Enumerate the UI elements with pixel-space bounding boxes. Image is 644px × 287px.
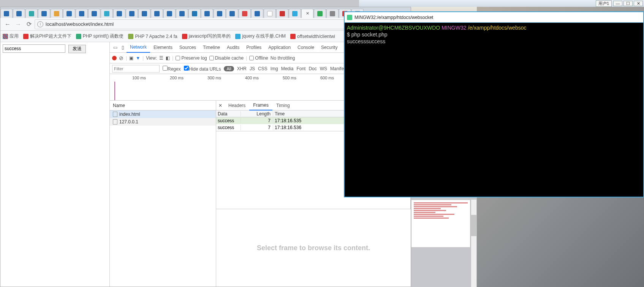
filter-icon[interactable]: ▼ [136, 55, 140, 61]
tab[interactable] [13, 9, 25, 18]
tab-sources[interactable]: Sources [176, 42, 199, 53]
apps-button[interactable]: 应用 [3, 33, 19, 39]
send-button[interactable]: 发送 [68, 45, 86, 53]
view-list-icon[interactable]: ☰ [159, 55, 163, 61]
bookmark-item[interactable]: javascript写的简单的 [182, 33, 231, 39]
filter-all[interactable]: All [224, 66, 234, 71]
tab[interactable] [188, 9, 201, 18]
tab[interactable] [264, 9, 276, 18]
filter-input[interactable] [112, 65, 160, 73]
preserve-log-check[interactable]: Preserve log [176, 55, 207, 61]
tab[interactable] [76, 9, 88, 18]
file-icon [113, 112, 117, 117]
windows-titlebar: 用户1 — ☐ ✕ [359, 0, 644, 7]
hide-urls-check[interactable]: Hide data URLs [184, 66, 221, 72]
tab[interactable] [251, 9, 263, 18]
clear-icon[interactable]: ⊘ [119, 55, 123, 61]
tab-application[interactable]: Application [265, 42, 294, 53]
tab[interactable] [176, 9, 188, 18]
tab[interactable] [289, 9, 301, 18]
tab[interactable] [126, 9, 138, 18]
tab[interactable] [113, 9, 125, 18]
terminal-body[interactable]: Administrator@9HCM6ZBSVOUXWDO MINGW32 /e… [345, 23, 643, 197]
close-icon[interactable]: ✕ [216, 103, 225, 108]
offline-check[interactable]: Offline [249, 55, 268, 61]
tab[interactable] [38, 9, 50, 18]
inspect-icon[interactable]: ▭ [111, 45, 119, 50]
scrollbar-thumb[interactable] [471, 215, 476, 236]
file-icon [113, 119, 117, 125]
back-button[interactable]: ← [3, 19, 13, 29]
tab[interactable] [239, 9, 251, 18]
tab-console[interactable]: Console [294, 42, 318, 53]
tab[interactable] [276, 9, 288, 18]
bookmark-item[interactable]: 解决PHP超大文件下 [23, 33, 71, 39]
forward-button[interactable]: → [13, 19, 23, 29]
tab[interactable] [214, 9, 226, 18]
tab-active[interactable]: ✕ [301, 9, 313, 18]
filter-manifest[interactable]: Manife [330, 66, 344, 71]
filter-media[interactable]: Media [281, 66, 294, 71]
filter-css[interactable]: CSS [258, 66, 267, 71]
tab-network[interactable]: Network [127, 42, 150, 53]
tab[interactable] [326, 9, 339, 18]
request-row[interactable]: index.html [110, 110, 216, 118]
terminal-icon [347, 15, 352, 20]
tab[interactable] [25, 9, 38, 18]
bookmark-item[interactable]: PHP sprintf() 函数使 [76, 33, 124, 39]
camera-icon[interactable]: ▣ [129, 55, 133, 61]
tab[interactable] [314, 9, 326, 18]
tab[interactable] [51, 9, 63, 18]
disable-cache-check[interactable]: Disable cache [209, 55, 244, 61]
tab-headers[interactable]: Headers [225, 101, 249, 110]
regex-check[interactable]: Regex [163, 66, 181, 72]
tab[interactable] [226, 9, 238, 18]
tab[interactable] [138, 9, 150, 18]
maximize-btn[interactable]: ☐ [623, 1, 633, 6]
request-row[interactable]: 127.0.0.1 [110, 118, 216, 126]
tab-audits[interactable]: Audits [223, 42, 243, 53]
tab-frames[interactable]: Frames [249, 101, 272, 110]
tab[interactable] [151, 9, 163, 18]
mingw-terminal: MINGW32:/e/xampp/htdocs/websocket Admini… [344, 11, 644, 197]
col-length[interactable]: Length [241, 111, 273, 117]
filter-xhr[interactable]: XHR [237, 66, 247, 71]
tab-timing[interactable]: Timing [272, 101, 294, 110]
close-btn[interactable]: ✕ [634, 1, 643, 6]
timeline-marker [114, 82, 115, 100]
tab[interactable] [201, 9, 213, 18]
filter-doc[interactable]: Doc [309, 66, 316, 71]
throttling-select[interactable]: No throttling [271, 55, 295, 61]
minimize-btn[interactable]: — [613, 1, 622, 6]
tab-security[interactable]: Security [318, 42, 341, 53]
tab[interactable] [101, 9, 113, 18]
bookmark-item[interactable]: offsetwidth/clientwi [290, 34, 335, 39]
col-data[interactable]: Data [216, 111, 241, 117]
info-icon[interactable]: i [37, 21, 43, 27]
record-button[interactable] [112, 56, 117, 60]
bookmark-item[interactable]: PHP 7 Apache 2.4 fa [128, 34, 177, 39]
tab-elements[interactable]: Elements [150, 42, 176, 53]
bookmark-item[interactable]: jquery 在线手册,CHM [235, 33, 286, 39]
filter-js[interactable]: JS [250, 66, 255, 71]
terminal-titlebar[interactable]: MINGW32:/e/xampp/htdocs/websocket [345, 12, 643, 23]
device-icon[interactable]: ▯ [119, 45, 127, 50]
filter-img[interactable]: Img [271, 66, 278, 71]
tab[interactable] [63, 9, 75, 18]
tab-profiles[interactable]: Profiles [243, 42, 265, 53]
scrollbar[interactable] [471, 200, 476, 287]
terminal-line: successsuccess [347, 38, 641, 45]
tab[interactable] [163, 9, 176, 18]
terminal-line: $ php socket.php [347, 31, 641, 38]
preview-thumbnail[interactable] [411, 200, 470, 248]
message-input[interactable] [3, 44, 65, 53]
filter-ws[interactable]: WS [320, 66, 327, 71]
reload-button[interactable]: ⟳ [24, 19, 34, 29]
column-name[interactable]: Name [110, 101, 216, 110]
tab[interactable] [88, 9, 100, 18]
tab-timeline[interactable]: Timeline [199, 42, 223, 53]
filter-font[interactable]: Font [296, 66, 305, 71]
view-frame-icon[interactable]: ◧ [166, 55, 170, 61]
user-indicator[interactable]: 用户1 [596, 0, 612, 7]
tab[interactable] [0, 9, 13, 18]
